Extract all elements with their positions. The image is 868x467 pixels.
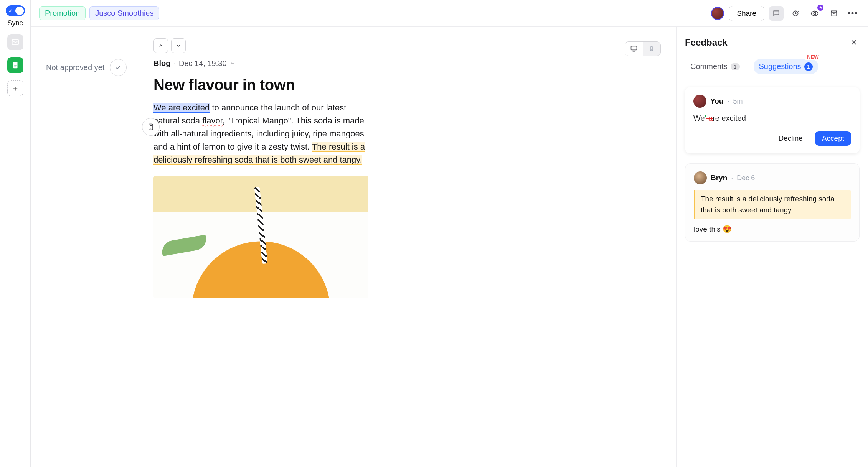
plus-icon: ＋ (12, 83, 19, 94)
chevron-down-icon (175, 43, 182, 49)
post-title[interactable]: New flavour in town (153, 76, 579, 94)
chevron-down-icon (230, 61, 236, 67)
next-button[interactable] (171, 38, 186, 53)
svg-rect-3 (14, 65, 17, 65)
meta-separator: · (173, 59, 176, 68)
svg-rect-4 (14, 66, 16, 66)
highlight-suggestion[interactable]: We are excited (153, 103, 210, 113)
post-meta[interactable]: Blog · Dec 14, 19:30 (153, 59, 579, 68)
post-body[interactable]: We are excited to announce the launch of… (153, 101, 368, 166)
sync-toggle[interactable]: ✓ (6, 5, 25, 16)
document-indicator[interactable] (142, 118, 160, 136)
approve-button[interactable] (110, 59, 127, 76)
chevron-up-icon (158, 43, 164, 49)
tag-client[interactable]: Jusco Smoothies (89, 6, 159, 20)
mail-button[interactable] (7, 34, 23, 50)
document-icon (11, 61, 20, 69)
mail-icon (11, 38, 20, 46)
document-button[interactable] (7, 57, 23, 73)
post-date: Dec 14, 19:30 (179, 59, 227, 68)
prev-button[interactable] (153, 38, 168, 53)
left-rail: ✓ Sync ＋ (0, 0, 31, 312)
tag-promotion[interactable]: Promotion (39, 6, 86, 20)
editor: Not approved yet Blog · Dec 14, 19:30 N (31, 27, 579, 312)
top-bar: Promotion Jusco Smoothies Share ★ •• (31, 0, 579, 27)
approval-status: Not approved yet (46, 63, 104, 72)
svg-rect-2 (14, 64, 17, 64)
add-button[interactable]: ＋ (7, 80, 23, 96)
post-type: Blog (153, 59, 170, 68)
check-icon: ✓ (8, 8, 13, 14)
sync-label: Sync (7, 19, 23, 27)
document-icon (147, 123, 155, 131)
hero-image[interactable] (153, 176, 368, 298)
check-icon (115, 64, 122, 71)
spellcheck-word[interactable]: flavor (202, 116, 223, 125)
toggle-knob (15, 7, 24, 15)
